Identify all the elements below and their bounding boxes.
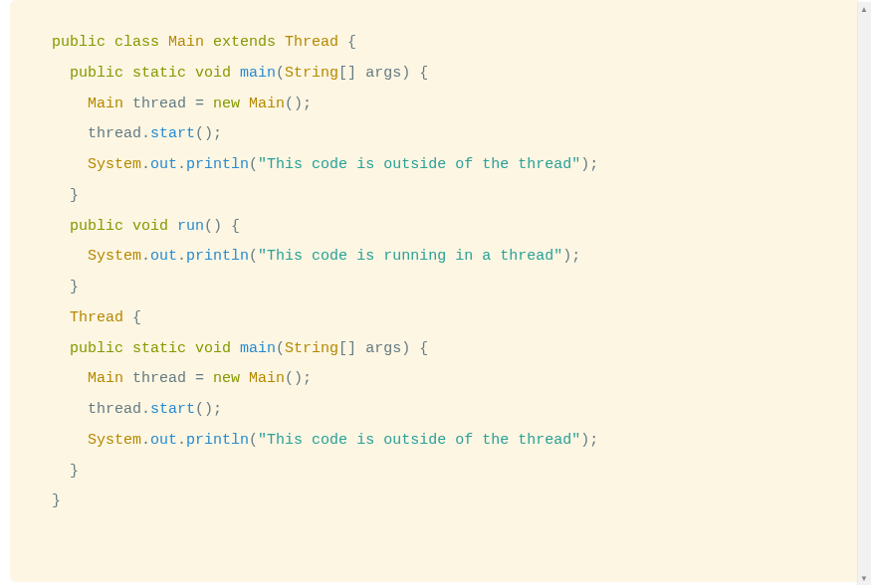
code-token: { <box>338 34 356 51</box>
code-token: main <box>240 65 276 82</box>
code-token: } <box>70 279 79 295</box>
code-token: Main <box>88 96 123 112</box>
code-token: } <box>70 463 79 480</box>
code-line: } <box>52 273 831 303</box>
code-token: thread <box>123 370 195 387</box>
code-token: ( <box>276 65 285 82</box>
code-token: public static <box>70 65 195 82</box>
code-token: ) <box>401 340 410 357</box>
code-token: class <box>114 34 168 51</box>
code-line: public static void main(String[] args) { <box>52 334 831 365</box>
code-token: println <box>186 432 249 449</box>
code-line: } <box>52 181 831 212</box>
code-token: args <box>365 340 401 357</box>
code-token: Main <box>249 96 285 112</box>
code-token: out <box>150 156 177 173</box>
code-token: extends <box>213 34 285 51</box>
code-line: thread.start(); <box>52 119 831 150</box>
code-token: println <box>186 248 249 265</box>
code-token: . <box>141 248 150 265</box>
code-token: . <box>141 125 150 142</box>
code-token: ( <box>249 432 258 449</box>
code-line: System.out.println("This code is outside… <box>52 150 831 181</box>
code-line: thread.start(); <box>52 395 831 426</box>
code-line: public class Main extends Thread { <box>52 28 831 59</box>
code-token: . <box>177 156 186 173</box>
code-token: [] <box>338 65 365 82</box>
code-token: public static <box>70 340 195 357</box>
code-token: Main <box>88 370 123 387</box>
code-token: . <box>141 432 150 449</box>
code-token: { <box>123 309 141 326</box>
code-token: . <box>177 432 186 449</box>
scroll-arrow-up-icon[interactable]: ▲ <box>857 2 871 16</box>
code-token: thread <box>88 125 141 142</box>
code-block[interactable]: public class Main extends Thread { publi… <box>10 0 863 582</box>
code-token: "This code is outside of the thread" <box>258 156 580 173</box>
code-token: ) <box>401 65 410 82</box>
code-token: void <box>132 218 177 235</box>
code-token: thread <box>88 401 141 418</box>
scroll-arrow-down-icon[interactable]: ▼ <box>857 571 871 585</box>
code-token <box>204 34 213 51</box>
code-token: Main <box>249 370 285 387</box>
code-line: System.out.println("This code is running… <box>52 242 831 273</box>
code-line: Main thread = new Main(); <box>52 364 831 395</box>
code-token: ( <box>249 248 258 265</box>
code-line: System.out.println("This code is outside… <box>52 426 831 457</box>
scrollbar-track[interactable]: ▲ ▼ <box>857 2 871 585</box>
code-line: public static void main(String[] args) { <box>52 59 831 90</box>
code-token: ( <box>249 156 258 173</box>
code-token: start <box>150 401 195 418</box>
code-token: . <box>141 401 150 418</box>
code-token: main <box>240 340 276 357</box>
code-token: "This code is outside of the thread" <box>258 432 580 449</box>
code-token: [] <box>338 340 365 357</box>
code-token: Thread <box>285 34 338 51</box>
code-token: void <box>195 340 240 357</box>
code-token: println <box>186 156 249 173</box>
code-token: String <box>285 65 338 82</box>
code-token: void <box>195 65 240 82</box>
code-token: ); <box>562 248 580 265</box>
code-token: = <box>195 96 213 112</box>
code-token: String <box>285 340 338 357</box>
code-token: ); <box>580 156 598 173</box>
code-token: . <box>141 156 150 173</box>
code-token: System <box>88 248 141 265</box>
code-line: } <box>52 487 831 517</box>
code-token: out <box>150 248 177 265</box>
code-token: () { <box>204 218 240 235</box>
code-token: . <box>177 248 186 265</box>
code-token: { <box>410 65 428 82</box>
code-token: new <box>213 370 249 387</box>
code-token: System <box>88 432 141 449</box>
code-token: Main <box>168 34 204 51</box>
code-token: ); <box>580 432 598 449</box>
code-token: { <box>410 340 428 357</box>
code-token: public <box>52 34 114 51</box>
code-token: thread <box>123 96 195 112</box>
code-token: (); <box>195 125 222 142</box>
code-token: start <box>150 125 195 142</box>
code-line: } <box>52 457 831 488</box>
code-token: public <box>70 218 132 235</box>
code-token: ( <box>276 340 285 357</box>
code-token: (); <box>285 96 312 112</box>
code-token: (); <box>195 401 222 418</box>
code-line: Thread { <box>52 303 831 334</box>
code-line: Main thread = new Main(); <box>52 90 831 120</box>
code-token: "This code is running in a thread" <box>258 248 562 265</box>
code-token: (); <box>285 370 312 387</box>
code-token: out <box>150 432 177 449</box>
code-token: run <box>177 218 204 235</box>
code-token: System <box>88 156 141 173</box>
code-token: } <box>70 187 79 204</box>
code-token: = <box>195 370 213 387</box>
code-token: new <box>213 96 249 112</box>
code-token: Thread <box>70 309 123 326</box>
code-line: public void run() { <box>52 212 831 243</box>
code-token: } <box>52 492 61 509</box>
code-token: args <box>365 65 401 82</box>
